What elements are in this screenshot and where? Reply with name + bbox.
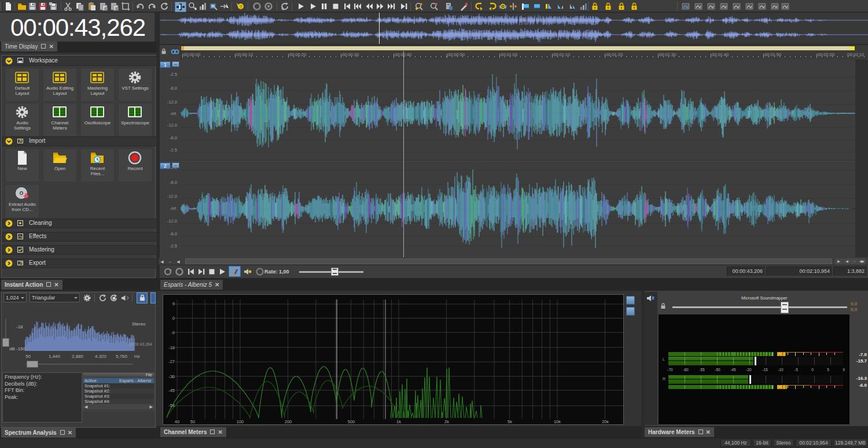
svg-text:500: 500 (348, 419, 355, 424)
svg-text:-27: -27 (168, 359, 175, 364)
svg-text:200: 200 (285, 419, 292, 424)
svg-text:-36: -36 (168, 374, 175, 379)
svg-text:-54: -54 (168, 403, 175, 408)
svg-text:9: 9 (172, 301, 175, 306)
svg-text:-45: -45 (168, 388, 175, 393)
svg-text:50: 50 (190, 419, 195, 424)
svg-text:10k: 10k (554, 419, 561, 424)
svg-text:0: 0 (172, 316, 175, 321)
svg-text:1k: 1k (396, 419, 401, 424)
svg-text:20k: 20k (602, 419, 609, 424)
svg-text:100: 100 (237, 419, 244, 424)
svg-text:40: 40 (175, 419, 179, 424)
svg-text:-9: -9 (171, 330, 175, 335)
svg-text:2k: 2k (444, 419, 449, 424)
svg-text:?: ? (240, 4, 242, 9)
svg-text:-18: -18 (168, 345, 175, 350)
svg-text:5k: 5k (507, 419, 512, 424)
